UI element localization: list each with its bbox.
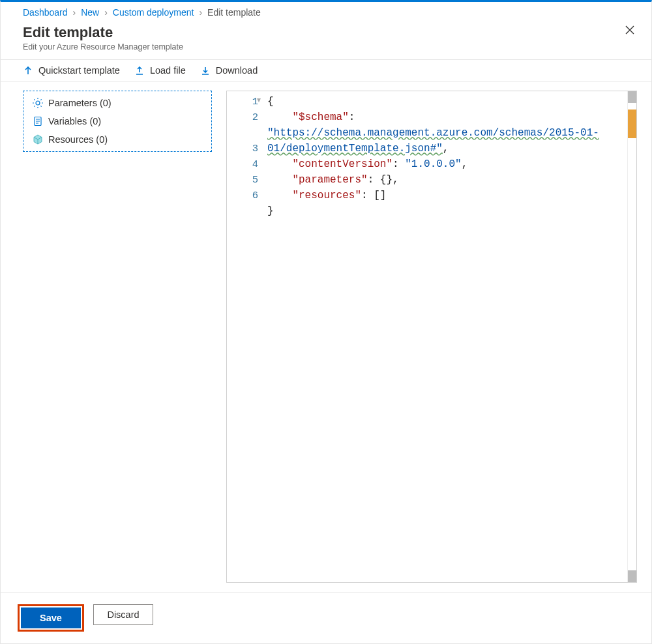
gear-icon [33,98,43,108]
page-title: Edit template [23,24,629,41]
tree-item-label: Resources (0) [48,134,108,145]
cube-icon [33,134,43,145]
fold-toggle-icon[interactable]: ▾ [257,95,261,104]
svg-point-0 [36,101,40,105]
quickstart-label: Quickstart template [38,65,120,76]
line-number: 3 [227,141,258,156]
discard-button[interactable]: Discard [93,604,153,625]
line-number: 4 [227,156,258,172]
code-key: "parameters" [292,174,367,186]
load-file-button[interactable]: Load file [134,65,186,76]
line-number: 2 [227,110,258,125]
code-content[interactable]: { "$schema": "https://schema.management.… [263,91,627,582]
tree-item-resources[interactable]: Resources (0) [23,130,211,149]
line-number: 5 [227,172,258,188]
breadcrumb-new[interactable]: New [81,7,99,18]
code-key: "resources" [292,190,361,201]
header: Edit template Edit your Azure Resource M… [1,22,651,60]
gutter: 1 2 3 4 5 6 [227,91,263,582]
scroll-mark-warning [628,110,636,138]
tree-item-parameters[interactable]: Parameters (0) [23,94,211,112]
code-brace: } [267,205,274,217]
line-number-wrap [227,125,258,141]
scroll-mark [628,570,636,582]
code-string: "https://schema.management.azure.com/sch… [267,127,599,154]
arrow-up-icon [23,65,33,76]
scroll-mark [628,91,636,103]
tree-item-label: Parameters (0) [48,98,111,108]
save-button[interactable]: Save [21,607,81,628]
tree-item-variables[interactable]: Variables (0) [23,112,211,130]
close-icon [624,24,636,36]
footer: Save Discard [1,592,651,643]
chevron-right-icon: › [73,7,76,18]
code-key: "contentVersion" [292,158,393,170]
file-icon [33,116,43,126]
breadcrumb-custom-deployment[interactable]: Custom deployment [113,7,194,18]
line-number: 6 [227,188,258,203]
breadcrumb-current: Edit template [207,7,261,18]
editor-scrollbar[interactable] [627,91,636,582]
close-button[interactable] [624,24,636,38]
load-file-label: Load file [150,65,186,76]
code-value: [] [374,190,386,201]
quickstart-template-button[interactable]: Quickstart template [23,65,120,76]
code-string: "1.0.0.0" [405,158,461,170]
tree-item-label: Variables (0) [48,116,101,126]
toolbar: Quickstart template Load file Download [1,60,651,81]
code-value: {} [380,174,393,186]
chevron-right-icon: › [104,7,108,18]
download-button[interactable]: Download [200,65,258,76]
main-area: Parameters (0) Variables (0) Resources (… [1,81,651,592]
chevron-right-icon: › [199,7,202,18]
breadcrumb: Dashboard › New › Custom deployment › Ed… [1,2,651,22]
code-brace: { [267,96,274,108]
save-highlight: Save [18,604,84,632]
breadcrumb-dashboard[interactable]: Dashboard [23,7,68,18]
line-number: 1 [227,94,258,110]
download-label: Download [216,65,258,76]
code-editor[interactable]: 1 2 3 4 5 6 ▾ { "$schema": "https://sche… [226,91,637,583]
code-key: "$schema" [292,111,348,123]
page-subtitle: Edit your Azure Resource Manager templat… [23,42,629,51]
download-icon [200,65,211,76]
outline-tree: Parameters (0) Variables (0) Resources (… [23,91,212,152]
upload-icon [134,65,145,76]
